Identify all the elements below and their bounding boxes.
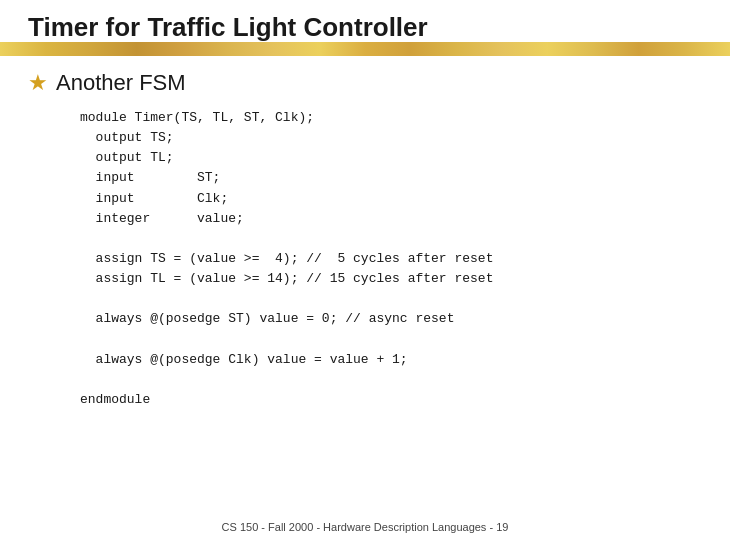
decorative-bar (0, 42, 730, 56)
section-heading: Another FSM (56, 70, 186, 96)
bullet-star-icon: ★ (28, 70, 48, 96)
page-title: Timer for Traffic Light Controller (28, 12, 428, 43)
section-header: ★ Another FSM (28, 70, 186, 96)
code-block: module Timer(TS, TL, ST, Clk); output TS… (80, 108, 493, 410)
slide: Timer for Traffic Light Controller ★ Ano… (0, 0, 730, 547)
footer-text: CS 150 - Fall 2000 - Hardware Descriptio… (0, 521, 730, 533)
